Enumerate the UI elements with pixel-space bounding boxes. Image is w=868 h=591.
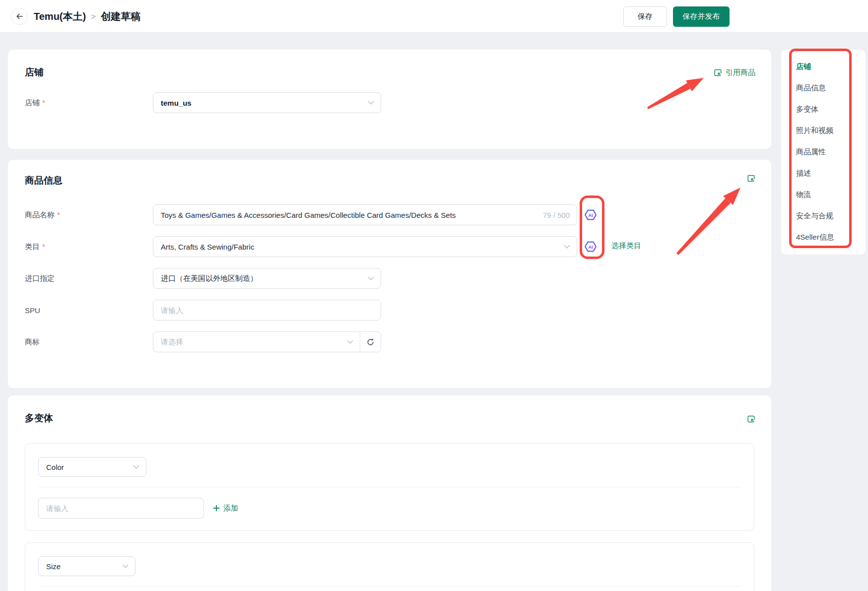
anchor-item-variants[interactable]: 多变体	[781, 98, 866, 120]
back-button[interactable]	[11, 8, 28, 25]
anchor-nav: 店铺 商品信息 多变体 照片和视频 商品属性 描述 物流 安全与合规 4Sell…	[781, 50, 866, 255]
variant-type-value: Color	[46, 463, 64, 471]
store-label: 店铺	[25, 98, 153, 108]
variant-type-select[interactable]: Color	[38, 457, 146, 477]
anchor-item-safety-compliance[interactable]: 安全与合规	[781, 205, 866, 226]
reference-product-label: 引用商品	[726, 68, 755, 77]
anchor-item-product-info[interactable]: 商品信息	[781, 77, 866, 98]
import-designation-label: 进口指定	[25, 274, 153, 283]
save-publish-button[interactable]: 保存并发布	[673, 6, 730, 27]
reference-icon	[747, 174, 755, 183]
char-counter: 79 / 500	[543, 211, 577, 219]
variant-group-size: Size	[25, 542, 754, 591]
add-option-label: 添加	[223, 504, 238, 513]
product-info-title: 商品信息	[25, 174, 63, 187]
spu-input[interactable]	[153, 300, 381, 321]
chevron-down-icon	[347, 340, 353, 344]
product-info-section-card: 商品信息 商品名称 79 / 500 类目 Arts, Crafts & Sew…	[8, 160, 771, 388]
svg-text:AI: AI	[588, 212, 593, 218]
refresh-icon	[366, 337, 375, 347]
chevron-down-icon	[564, 245, 570, 249]
category-select-value: Arts, Crafts & Sewing/Fabric	[161, 243, 254, 251]
anchor-item-attributes[interactable]: 商品属性	[781, 141, 866, 162]
variant-type-value: Size	[46, 562, 61, 571]
chevron-down-icon	[368, 276, 374, 281]
chevron-down-icon	[122, 564, 129, 569]
trademark-select[interactable]: 请选择	[153, 332, 360, 352]
breadcrumb: Temu(本土) > 创建草稿	[34, 0, 140, 33]
product-name-field: 79 / 500	[153, 204, 577, 225]
reference-product-icon-button[interactable]	[747, 174, 755, 183]
store-section-title: 店铺	[25, 66, 44, 79]
anchor-item-photos-videos[interactable]: 照片和视频	[781, 120, 866, 141]
reference-icon	[747, 415, 755, 423]
select-category-link[interactable]: 选择类目	[611, 241, 641, 251]
divider	[38, 487, 741, 487]
variant-type-select[interactable]: Size	[38, 556, 135, 576]
breadcrumb-parent[interactable]: Temu(本土)	[34, 10, 86, 23]
add-option-button[interactable]: 添加	[213, 503, 238, 514]
category-select[interactable]: Arts, Crafts & Sewing/Fabric	[153, 236, 577, 257]
import-designation-select[interactable]: 进口（在美国以外地区制造）	[153, 268, 381, 289]
divider	[38, 586, 741, 587]
chevron-down-icon	[368, 101, 374, 105]
anchor-item-store[interactable]: 店铺	[781, 56, 866, 77]
plus-icon	[213, 505, 220, 512]
store-select-value: temu_us	[161, 99, 192, 107]
product-name-label: 商品名称	[25, 210, 153, 220]
variant-option-input[interactable]	[38, 498, 204, 519]
page-title: 创建草稿	[101, 10, 140, 23]
trademark-field-group: 请选择	[153, 331, 381, 352]
ai-generate-name-button[interactable]: AI	[584, 208, 597, 221]
breadcrumb-separator: >	[91, 11, 96, 22]
category-label: 类目	[25, 242, 153, 252]
refresh-trademark-button[interactable]	[360, 332, 381, 352]
variants-title: 多变体	[25, 412, 53, 425]
spu-label: SPU	[25, 306, 153, 315]
reference-variants-icon-button[interactable]	[747, 415, 755, 423]
trademark-label: 商标	[25, 337, 153, 347]
chevron-down-icon	[133, 465, 139, 469]
import-designation-value: 进口（在美国以外地区制造）	[161, 274, 258, 283]
anchor-item-4seller-info[interactable]: 4Seller信息	[781, 226, 866, 248]
store-section-card: 店铺 引用商品 店铺 temu_us	[8, 50, 771, 149]
header-bar: Temu(本土) > 创建草稿 保存 保存并发布	[0, 0, 868, 33]
variants-section-card: 多变体 Color 添加 Size	[8, 395, 771, 591]
ai-icon: AI	[584, 240, 597, 253]
trademark-placeholder: 请选择	[161, 337, 183, 347]
reference-product-link[interactable]: 引用商品	[714, 68, 755, 77]
store-select[interactable]: temu_us	[153, 92, 381, 113]
arrow-left-icon	[15, 12, 24, 21]
anchor-item-logistics[interactable]: 物流	[781, 184, 866, 205]
variant-group-color: Color 添加	[25, 443, 754, 531]
reference-icon	[714, 68, 722, 77]
svg-text:AI: AI	[588, 244, 593, 250]
ai-generate-category-button[interactable]: AI	[584, 240, 597, 253]
product-name-input[interactable]	[153, 205, 543, 225]
ai-icon: AI	[584, 208, 597, 221]
save-button[interactable]: 保存	[623, 6, 667, 27]
anchor-item-description[interactable]: 描述	[781, 162, 866, 184]
